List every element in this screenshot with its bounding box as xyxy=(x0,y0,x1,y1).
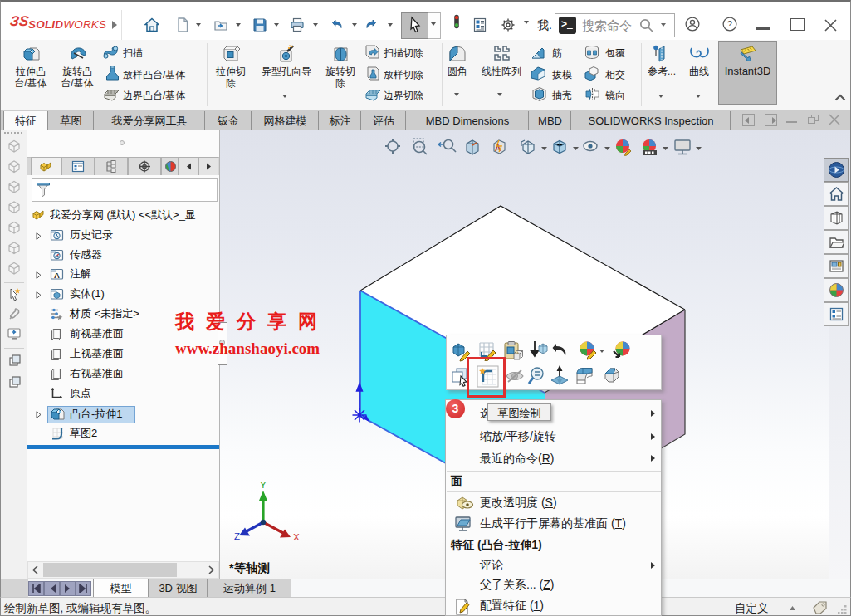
svg-text:A: A xyxy=(54,271,60,280)
svg-text:?: ? xyxy=(727,19,732,29)
svg-text:Y: Y xyxy=(260,480,267,490)
svg-text:X: X xyxy=(293,532,300,542)
svg-text:Z: Z xyxy=(234,531,240,541)
